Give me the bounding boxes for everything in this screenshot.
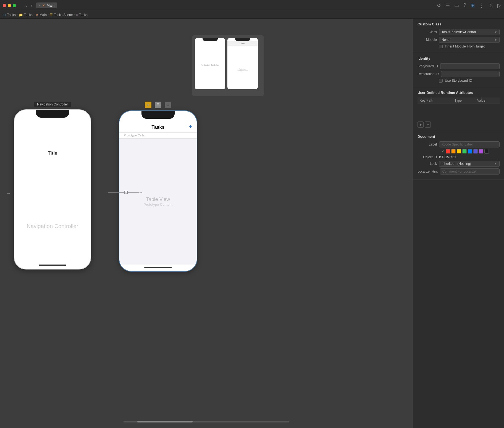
class-label: Class <box>418 30 437 34</box>
mini-table-content: Table View Prototype Content <box>227 50 258 89</box>
swatch-orange[interactable] <box>451 149 456 154</box>
help-icon[interactable]: ? <box>463 2 466 8</box>
mini-table-row-1 <box>227 46 258 50</box>
runtime-attrs-title: User Defined Runtime Attributes <box>418 91 500 95</box>
runtime-attrs-table: Key Path Type Value <box>418 97 500 120</box>
nav-phone-home-bar <box>39 265 66 266</box>
breadcrumb-item-tasks-folder[interactable]: 📁 Tasks <box>19 13 33 17</box>
breadcrumb-label-tasks-proj: Tasks <box>7 13 16 17</box>
swatch-purple[interactable] <box>473 149 478 154</box>
run-icon[interactable]: ▷ <box>497 2 501 9</box>
doc-label-label: Label <box>418 142 437 146</box>
custom-class-section: Custom Class Class TasksTableViewControl… <box>413 19 504 53</box>
tasks-nav-bar: Tasks + <box>119 119 197 133</box>
localizer-hint-label: Localizer Hint <box>418 170 438 173</box>
module-field[interactable]: None ▼ <box>439 37 500 43</box>
tasks-phone-notch <box>141 111 175 119</box>
mini-nav-label: Navigation Controller <box>201 64 219 66</box>
lock-label: Lock <box>418 162 437 166</box>
identity-section: Identity Storyboard ID Restoration ID Us… <box>413 53 504 87</box>
toolbar-icon-3[interactable]: ⊟ <box>165 102 171 108</box>
attr-add-button[interactable]: + <box>418 121 424 128</box>
swatch-green[interactable] <box>462 149 467 154</box>
refresh-icon[interactable]: ↺ <box>437 2 441 9</box>
storyboard-id-label: Storyboard ID <box>418 64 438 68</box>
document-title: Document <box>418 134 500 139</box>
tab-close-icon[interactable]: × <box>39 4 41 7</box>
class-dropdown-arrow: ▼ <box>494 31 497 34</box>
nav-back-button[interactable]: ‹ <box>24 2 28 9</box>
swatch-blue[interactable] <box>468 149 472 154</box>
class-field[interactable]: TasksTableViewControll... ▼ <box>439 29 500 35</box>
restoration-id-input[interactable] <box>441 71 500 77</box>
object-id-value: ieT-Q5-Y3Y <box>439 155 500 159</box>
fullscreen-button[interactable] <box>13 4 16 7</box>
tasks-nav-plus-button[interactable]: + <box>189 123 192 130</box>
swatch-black[interactable] <box>484 149 489 154</box>
title-bar: ‹ › × ✕ Main ↺ ☰ ▭ ? ⊞ ⋮ ⚠ ▷ <box>0 0 504 11</box>
project-icon: ◻ <box>3 13 6 17</box>
breadcrumb-item-tasks-scene[interactable]: ☰ Tasks Scene <box>50 13 73 17</box>
title-tab[interactable]: × ✕ Main <box>36 2 57 8</box>
breadcrumb-item-tasks[interactable]: ○ Tasks <box>76 13 88 17</box>
breadcrumb-item-tasks-proj[interactable]: ◻ Tasks <box>3 13 16 17</box>
lock-row: Lock Inherited - (Nothing) ▼ <box>418 161 500 167</box>
panel-icon[interactable]: ▭ <box>454 2 459 9</box>
attr-remove-button[interactable]: − <box>425 121 431 128</box>
tasks-nav-title: Tasks <box>152 125 165 130</box>
localizer-hint-row: Localizer Hint <box>418 168 500 175</box>
table-view-label: Table View <box>146 197 170 202</box>
class-row: Class TasksTableViewControll... ▼ <box>418 29 500 35</box>
close-button[interactable] <box>3 4 6 7</box>
minimize-button[interactable] <box>8 4 11 7</box>
breadcrumb-sep-3: › <box>48 13 49 16</box>
object-id-label: Object ID <box>418 155 437 159</box>
nav-forward-button[interactable]: › <box>29 2 34 9</box>
mini-tasks-notch <box>235 38 250 41</box>
custom-class-title: Custom Class <box>418 22 500 26</box>
canvas-scrollbar[interactable] <box>124 421 289 422</box>
canvas-area[interactable]: Navigation Controller Tasks Table View P… <box>0 19 413 428</box>
breadcrumb-label-tasks-folder: Tasks <box>24 13 33 17</box>
tab-label: Main <box>47 3 54 7</box>
tasks-phone-toolbar: ⊞ ☰ ⊟ <box>145 102 171 108</box>
module-label: Module <box>418 38 437 42</box>
localizer-hint-input[interactable] <box>440 168 500 175</box>
document-section: Document Label ✕ <box>413 131 504 180</box>
table-view-sub: Prototype Content <box>144 202 173 207</box>
col-type: Type <box>452 97 475 104</box>
inspector-icon[interactable]: ⊞ <box>471 2 475 9</box>
breadcrumb-item-main[interactable]: ✕ Main <box>36 13 47 17</box>
canvas-phones: Navigation Controller Title Navigation C… <box>14 102 197 272</box>
arrow-middle: ⊙ → <box>108 190 143 195</box>
col-key-path: Key Path <box>418 97 452 104</box>
swatch-violet[interactable] <box>479 149 483 154</box>
inherit-checkbox[interactable] <box>439 45 443 48</box>
use-storyboard-checkbox[interactable] <box>439 79 443 83</box>
toolbar-icon-2[interactable]: ☰ <box>155 102 161 108</box>
menu-icon[interactable]: ☰ <box>445 2 450 9</box>
nav-phone-title-label: Title <box>48 150 57 156</box>
doc-label-input[interactable] <box>439 141 500 147</box>
minimap: Navigation Controller Tasks Table View P… <box>192 35 264 96</box>
toolbar-icon-1[interactable]: ⊞ <box>145 102 151 108</box>
storyboard-id-input[interactable] <box>440 63 500 69</box>
module-dropdown-arrow: ▼ <box>494 38 497 41</box>
nav-phone-body-text: Navigation Controller <box>27 223 78 229</box>
lock-value: Inherited - (Nothing) <box>442 162 471 166</box>
breadcrumb-sep-2: › <box>34 13 35 16</box>
settings-icon[interactable]: ⋮ <box>479 2 484 9</box>
warning-icon[interactable]: ⚠ <box>489 2 493 9</box>
canvas-scrollbar-thumb[interactable] <box>137 421 193 422</box>
traffic-lights <box>3 4 16 7</box>
swatch-yellow[interactable] <box>457 149 461 154</box>
mini-tasks-phone: Tasks Table View Prototype Content <box>227 38 258 89</box>
class-value: TasksTableViewControll... <box>442 30 479 34</box>
swatch-clear-icon[interactable]: ✕ <box>441 149 444 153</box>
nav-controller-phone[interactable]: Title Navigation Controller <box>14 109 91 270</box>
swatch-red[interactable] <box>446 149 450 154</box>
inherit-label: Inherit Module From Target <box>445 44 485 48</box>
color-swatches: ✕ <box>441 149 500 154</box>
lock-field[interactable]: Inherited - (Nothing) ▼ <box>439 161 500 167</box>
mini-nav-notch <box>203 38 218 41</box>
